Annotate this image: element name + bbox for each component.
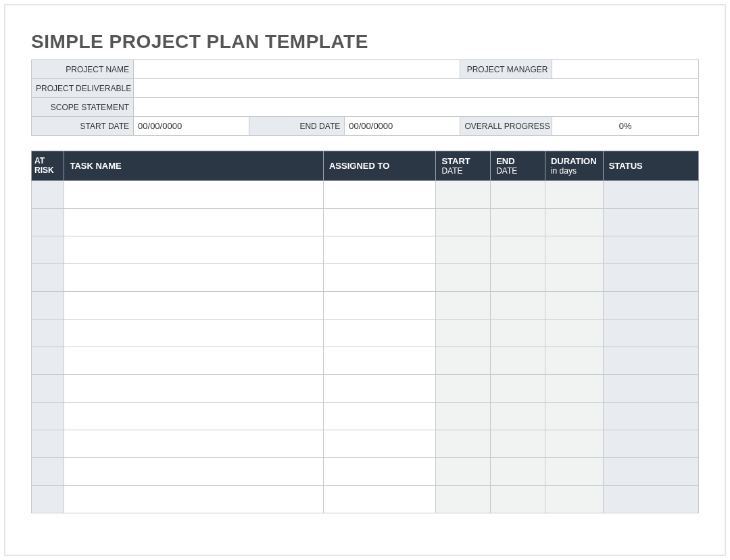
cell-at-risk[interactable]: [32, 458, 64, 486]
page-frame: SIMPLE PROJECT PLAN TEMPLATE PROJECT NAM…: [4, 4, 726, 556]
cell-start-date[interactable]: [436, 403, 491, 430]
cell-duration[interactable]: [545, 209, 603, 236]
cell-task-name[interactable]: [64, 292, 323, 320]
cell-task-name[interactable]: [64, 375, 323, 403]
cell-start-date[interactable]: [436, 375, 491, 403]
cell-status[interactable]: [603, 320, 698, 347]
cell-duration[interactable]: [545, 430, 603, 458]
cell-at-risk[interactable]: [32, 264, 64, 292]
cell-duration[interactable]: [545, 486, 603, 513]
cell-status[interactable]: [603, 209, 698, 236]
cell-start-date[interactable]: [436, 181, 491, 209]
cell-assigned-to[interactable]: [323, 430, 436, 458]
cell-start-date[interactable]: [436, 347, 491, 375]
label-project-name: PROJECT NAME: [32, 60, 134, 79]
cell-at-risk[interactable]: [32, 236, 64, 264]
cell-end-date[interactable]: [491, 458, 545, 486]
cell-end-date[interactable]: [491, 486, 545, 513]
cell-end-date[interactable]: [491, 347, 545, 375]
cell-task-name[interactable]: [64, 236, 323, 264]
header-duration-l2: in days: [551, 166, 598, 176]
cell-status[interactable]: [603, 347, 698, 375]
cell-duration[interactable]: [545, 264, 603, 292]
cell-status[interactable]: [603, 236, 698, 264]
cell-start-date[interactable]: [436, 236, 491, 264]
cell-duration[interactable]: [545, 320, 603, 347]
cell-at-risk[interactable]: [32, 347, 64, 375]
cell-at-risk[interactable]: [32, 486, 64, 513]
cell-status[interactable]: [603, 458, 698, 486]
cell-end-date[interactable]: [491, 181, 545, 209]
header-duration: DURATION in days: [545, 151, 603, 181]
cell-duration[interactable]: [545, 292, 603, 320]
cell-duration[interactable]: [545, 375, 603, 403]
cell-start-date[interactable]: [436, 264, 491, 292]
cell-status[interactable]: [603, 403, 698, 430]
value-start-date[interactable]: 00/00/0000: [134, 117, 249, 136]
cell-at-risk[interactable]: [32, 403, 64, 430]
cell-assigned-to[interactable]: [323, 209, 436, 236]
cell-end-date[interactable]: [491, 209, 545, 236]
cell-status[interactable]: [603, 292, 698, 320]
cell-at-risk[interactable]: [32, 320, 64, 347]
cell-task-name[interactable]: [64, 486, 323, 513]
cell-task-name[interactable]: [64, 347, 323, 375]
cell-duration[interactable]: [545, 458, 603, 486]
cell-task-name[interactable]: [64, 403, 323, 430]
cell-assigned-to[interactable]: [323, 375, 436, 403]
meta-row-scope-statement: SCOPE STATEMENT: [32, 98, 699, 117]
cell-task-name[interactable]: [64, 264, 323, 292]
cell-at-risk[interactable]: [32, 209, 64, 236]
cell-end-date[interactable]: [491, 430, 545, 458]
cell-end-date[interactable]: [491, 292, 545, 320]
cell-assigned-to[interactable]: [323, 486, 436, 513]
cell-task-name[interactable]: [64, 320, 323, 347]
cell-assigned-to[interactable]: [323, 320, 436, 347]
cell-task-name[interactable]: [64, 209, 323, 236]
cell-status[interactable]: [603, 375, 698, 403]
cell-duration[interactable]: [545, 347, 603, 375]
cell-end-date[interactable]: [491, 264, 545, 292]
header-end-date-l2: DATE: [496, 166, 539, 176]
value-project-deliverable[interactable]: [134, 79, 699, 98]
cell-at-risk[interactable]: [32, 181, 64, 209]
value-end-date[interactable]: 00/00/0000: [345, 117, 460, 136]
cell-task-name[interactable]: [64, 181, 323, 209]
cell-start-date[interactable]: [436, 209, 491, 236]
meta-row-dates: START DATE 00/00/0000 END DATE 00/00/000…: [32, 117, 699, 136]
header-at-risk-l2: RISK: [34, 166, 54, 175]
cell-duration[interactable]: [545, 236, 603, 264]
cell-start-date[interactable]: [436, 292, 491, 320]
cell-assigned-to[interactable]: [323, 236, 436, 264]
cell-assigned-to[interactable]: [323, 264, 436, 292]
cell-end-date[interactable]: [491, 375, 545, 403]
grid-header-row: AT RISK TASK NAME ASSIGNED TO START DATE…: [32, 151, 699, 181]
cell-duration[interactable]: [545, 403, 603, 430]
cell-assigned-to[interactable]: [323, 458, 436, 486]
value-project-name[interactable]: [134, 60, 460, 79]
cell-task-name[interactable]: [64, 458, 323, 486]
cell-start-date[interactable]: [436, 430, 491, 458]
cell-status[interactable]: [603, 486, 698, 513]
value-scope-statement[interactable]: [134, 98, 699, 117]
cell-assigned-to[interactable]: [323, 292, 436, 320]
cell-status[interactable]: [603, 181, 698, 209]
value-project-manager[interactable]: [552, 60, 699, 79]
cell-start-date[interactable]: [436, 320, 491, 347]
cell-start-date[interactable]: [436, 486, 491, 513]
cell-task-name[interactable]: [64, 430, 323, 458]
cell-at-risk[interactable]: [32, 292, 64, 320]
cell-end-date[interactable]: [491, 236, 545, 264]
cell-assigned-to[interactable]: [323, 181, 436, 209]
value-overall-progress[interactable]: 0%: [552, 117, 699, 136]
cell-at-risk[interactable]: [32, 375, 64, 403]
cell-end-date[interactable]: [491, 403, 545, 430]
cell-at-risk[interactable]: [32, 430, 64, 458]
cell-start-date[interactable]: [436, 458, 491, 486]
cell-end-date[interactable]: [491, 320, 545, 347]
cell-status[interactable]: [603, 430, 698, 458]
cell-assigned-to[interactable]: [323, 347, 436, 375]
cell-duration[interactable]: [545, 181, 603, 209]
cell-assigned-to[interactable]: [323, 403, 436, 430]
cell-status[interactable]: [603, 264, 698, 292]
